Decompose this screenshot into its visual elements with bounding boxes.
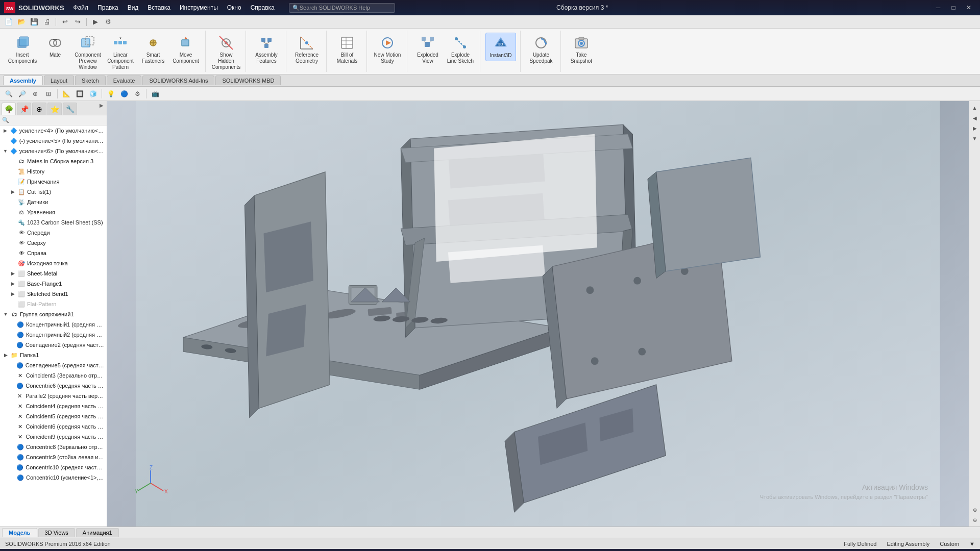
tree-item-item31[interactable]: ✕Coincident9 (средняя часть верси [0, 432, 107, 442]
menu-insert[interactable]: Вставка [143, 3, 175, 13]
expand-btn-item10[interactable] [9, 219, 16, 226]
btn-take-snapshot[interactable]: Take Snapshot [566, 33, 597, 66]
search-input[interactable] [300, 5, 391, 11]
expand-btn-item32[interactable] [9, 443, 15, 450]
expand-btn-item28[interactable] [9, 403, 15, 410]
start-button[interactable]: ⊞ [0, 549, 26, 551]
tree-item-item7[interactable]: ▶📋Cut list(1) [0, 187, 107, 197]
btn-explode-line-sketch[interactable]: Explode Line Sketch [445, 33, 476, 66]
tree-item-item18[interactable]: ⬜Flat-Pattern [0, 299, 107, 309]
expand-btn-item11[interactable] [9, 229, 16, 236]
expand-btn-item5[interactable] [9, 168, 16, 175]
menu-file[interactable]: Файл [69, 3, 93, 13]
tree-item-item24[interactable]: 🔵Совпадение5 (средняя часть верс [0, 360, 107, 370]
tree-item-item1[interactable]: ▶🔷усиление<4> (По умолчанию<<По у [0, 126, 107, 136]
tree-item-item26[interactable]: 🔵Concentric6 (средняя часть верси [0, 381, 107, 391]
tree-item-item13[interactable]: 👁Справа [0, 248, 107, 258]
btn-assembly-features[interactable]: Assembly Features [251, 33, 282, 66]
tab-addins[interactable]: SOLIDWORKS Add-Ins [142, 76, 214, 85]
menu-tools[interactable]: Инструменты [176, 3, 222, 13]
tree-item-item15[interactable]: ▶⬜Sheet-Metal [0, 268, 107, 279]
expand-btn-item3[interactable]: ▼ [2, 147, 9, 155]
expand-btn-item27[interactable] [8, 392, 14, 399]
btn-update-speedpak[interactable]: Update Speedpak [526, 33, 556, 66]
tree-item-item28[interactable]: ✕Coincident4 (средняя часть верси [0, 401, 107, 411]
taskbar-app-solidworks[interactable]: SW [170, 549, 191, 551]
expand-btn-item6[interactable] [9, 178, 16, 185]
rp-btn-1[interactable]: ▲ [970, 103, 979, 112]
tree-item-item34[interactable]: 🔵Concentric10 (средняя часть верс [0, 462, 107, 472]
tree-item-item30[interactable]: ✕Coincident6 (средняя часть верси [0, 421, 107, 432]
btn-move-component[interactable]: Move Component [170, 33, 201, 66]
expand-btn-item18[interactable] [9, 300, 16, 308]
scene-btn[interactable]: ⚙ [132, 88, 143, 99]
maximize-button[interactable]: □ [946, 3, 961, 13]
view-orient-btn[interactable]: 📐 [61, 88, 72, 99]
qa-print[interactable]: 🖨 [41, 16, 53, 28]
qa-rebuild[interactable]: ▶ [90, 16, 101, 28]
expand-btn-item15[interactable]: ▶ [9, 270, 16, 277]
tree-item-item12[interactable]: 👁Сверху [0, 238, 107, 248]
expand-btn-item22[interactable] [8, 341, 14, 348]
tree-item-item8[interactable]: 📡Датчики [0, 197, 107, 207]
expand-btn-item23[interactable]: ▶ [2, 352, 9, 359]
tree-item-item2[interactable]: 🔷(-) усиление<5> (По умолчанию<<П [0, 136, 107, 146]
tree-item-item23[interactable]: ▶📁Папка1 [0, 350, 107, 360]
expand-btn-item16[interactable]: ▶ [9, 280, 16, 287]
expand-btn-item20[interactable] [9, 321, 15, 328]
expand-btn-item33[interactable] [9, 454, 15, 461]
qa-undo[interactable]: ↩ [59, 16, 70, 28]
expand-btn-item19[interactable]: ▼ [2, 311, 9, 318]
monitor-btn[interactable]: 📺 [150, 88, 161, 99]
expand-btn-item25[interactable] [9, 372, 15, 379]
menu-window[interactable]: Окно [223, 3, 246, 13]
view-dropdown[interactable]: ▼ [969, 541, 975, 547]
lp-tab-pin[interactable]: 📌 [17, 103, 31, 115]
expand-btn-item4[interactable] [9, 158, 16, 165]
btn-bill-of-materials[interactable]: Bill of Materials [332, 33, 362, 66]
panel-scroll-right[interactable]: ▶ [98, 103, 105, 115]
expand-btn-item12[interactable] [9, 239, 16, 246]
tree-item-item5[interactable]: 📜History [0, 166, 107, 177]
menu-help[interactable]: Справка [247, 3, 279, 13]
close-button[interactable]: ✕ [962, 3, 976, 13]
tree-item-item9[interactable]: ⚖Уравнения [0, 207, 107, 217]
expand-btn-item26[interactable] [9, 382, 15, 389]
expand-btn-item34[interactable] [9, 464, 15, 471]
btn-linear-pattern[interactable]: ▼ Linear Component Pattern [105, 33, 136, 72]
tab-mbd[interactable]: SOLIDWORKS MBD [215, 76, 281, 85]
view-section-btn[interactable]: 🔲 [74, 88, 85, 99]
zoom-in-btn[interactable]: 🔎 [16, 88, 28, 99]
model-tab-3dviews[interactable]: 3D Views [38, 528, 75, 537]
expand-btn-item8[interactable] [9, 198, 16, 206]
rp-btn-6[interactable]: ⊖ [970, 515, 979, 524]
menu-edit[interactable]: Правка [93, 3, 122, 13]
tree-item-item29[interactable]: ✕Coincident5 (средняя часть верси [0, 411, 107, 421]
btn-smart-fasteners[interactable]: Smart Fasteners [138, 33, 168, 66]
lp-tab-filter[interactable]: 🔧 [63, 103, 77, 115]
tree-item-item19[interactable]: ▼🗂Группа сопряжений1 [0, 309, 107, 319]
tab-evaluate[interactable]: Evaluate [107, 76, 142, 85]
expand-btn-item24[interactable] [8, 362, 14, 369]
tree-item-item11[interactable]: 👁Спереди [0, 228, 107, 238]
tab-sketch[interactable]: Sketch [75, 76, 106, 85]
lights-btn[interactable]: 💡 [105, 88, 116, 99]
model-tab-model[interactable]: Модель [2, 528, 37, 537]
expand-btn-item7[interactable]: ▶ [9, 188, 16, 195]
search-box[interactable]: 🔍 [289, 3, 395, 13]
rp-btn-2[interactable]: ◀ [970, 113, 979, 122]
rp-btn-4[interactable]: ▼ [970, 134, 979, 143]
expand-btn-item31[interactable] [9, 433, 15, 440]
tab-layout[interactable]: Layout [44, 76, 74, 85]
3d-viewport[interactable]: X Y Z Активация Windows Чтобы активирова… [107, 101, 969, 527]
minimize-button[interactable]: ─ [931, 3, 945, 13]
menu-view[interactable]: Вид [124, 3, 143, 13]
qa-options[interactable]: ⚙ [103, 16, 114, 28]
expand-btn-item17[interactable]: ▶ [9, 290, 16, 297]
tree-item-item3[interactable]: ▼🔷усиление<6> (По умолчанию<<По у [0, 146, 107, 156]
rp-btn-3[interactable]: ▶ [970, 123, 979, 133]
expand-btn-item35[interactable] [9, 474, 15, 481]
btn-insert-components[interactable]: Insert Components [7, 33, 38, 66]
rp-btn-5[interactable]: ⊕ [970, 505, 979, 514]
qa-open[interactable]: 📂 [16, 16, 27, 28]
